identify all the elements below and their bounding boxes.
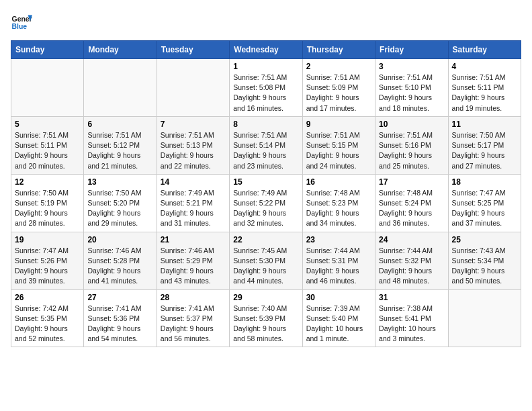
day-info: Sunrise: 7:51 AM Sunset: 5:10 PM Dayligh…	[379, 73, 444, 113]
calendar-cell	[11, 59, 84, 117]
day-number: 18	[452, 177, 517, 187]
day-number: 9	[306, 120, 371, 129]
day-number: 5	[15, 120, 80, 129]
calendar-cell: 6Sunrise: 7:51 AM Sunset: 5:12 PM Daylig…	[84, 116, 157, 174]
day-info: Sunrise: 7:46 AM Sunset: 5:28 PM Dayligh…	[87, 246, 152, 287]
day-info: Sunrise: 7:50 AM Sunset: 5:20 PM Dayligh…	[87, 188, 152, 229]
day-number: 19	[15, 235, 80, 244]
day-info: Sunrise: 7:45 AM Sunset: 5:30 PM Dayligh…	[233, 246, 298, 287]
calendar-cell: 7Sunrise: 7:51 AM Sunset: 5:13 PM Daylig…	[157, 116, 229, 174]
day-number: 28	[161, 293, 226, 302]
day-number: 1	[233, 62, 298, 71]
day-number: 3	[379, 62, 444, 71]
svg-text:Blue: Blue	[12, 23, 28, 30]
day-number: 20	[87, 235, 152, 244]
day-number: 29	[233, 293, 298, 302]
day-info: Sunrise: 7:51 AM Sunset: 5:13 PM Dayligh…	[161, 130, 226, 171]
calendar-cell: 31Sunrise: 7:38 AM Sunset: 5:41 PM Dayli…	[375, 289, 448, 347]
day-info: Sunrise: 7:44 AM Sunset: 5:32 PM Dayligh…	[379, 246, 444, 287]
calendar-header: SundayMondayTuesdayWednesdayThursdayFrid…	[11, 41, 521, 59]
weekday-header: Friday	[375, 41, 448, 59]
calendar-cell: 26Sunrise: 7:42 AM Sunset: 5:35 PM Dayli…	[11, 289, 84, 347]
calendar-cell: 3Sunrise: 7:51 AM Sunset: 5:10 PM Daylig…	[375, 59, 448, 117]
calendar-week-row: 5Sunrise: 7:51 AM Sunset: 5:11 PM Daylig…	[11, 116, 521, 174]
day-number: 6	[87, 120, 152, 129]
calendar-cell	[84, 59, 157, 117]
day-number: 22	[233, 235, 298, 244]
calendar-cell: 9Sunrise: 7:51 AM Sunset: 5:15 PM Daylig…	[302, 116, 375, 174]
day-info: Sunrise: 7:51 AM Sunset: 5:16 PM Dayligh…	[379, 130, 444, 171]
day-info: Sunrise: 7:38 AM Sunset: 5:41 PM Dayligh…	[379, 304, 444, 345]
day-info: Sunrise: 7:51 AM Sunset: 5:14 PM Dayligh…	[233, 130, 298, 171]
weekday-header: Tuesday	[157, 41, 229, 59]
day-number: 13	[87, 177, 152, 187]
calendar-cell: 15Sunrise: 7:49 AM Sunset: 5:22 PM Dayli…	[230, 174, 302, 232]
calendar-cell: 12Sunrise: 7:50 AM Sunset: 5:19 PM Dayli…	[11, 174, 84, 232]
weekday-header: Sunday	[11, 41, 84, 59]
calendar-cell: 27Sunrise: 7:41 AM Sunset: 5:36 PM Dayli…	[84, 289, 157, 347]
day-info: Sunrise: 7:46 AM Sunset: 5:29 PM Dayligh…	[161, 246, 226, 287]
day-number: 4	[452, 62, 517, 71]
day-number: 31	[379, 293, 444, 302]
weekday-header: Monday	[84, 41, 157, 59]
calendar-week-row: 26Sunrise: 7:42 AM Sunset: 5:35 PM Dayli…	[11, 289, 521, 347]
calendar-cell: 22Sunrise: 7:45 AM Sunset: 5:30 PM Dayli…	[230, 232, 302, 289]
calendar-cell: 14Sunrise: 7:49 AM Sunset: 5:21 PM Dayli…	[157, 174, 229, 232]
calendar-week-row: 1Sunrise: 7:51 AM Sunset: 5:08 PM Daylig…	[11, 59, 521, 117]
calendar-cell: 8Sunrise: 7:51 AM Sunset: 5:14 PM Daylig…	[230, 116, 302, 174]
calendar-cell: 21Sunrise: 7:46 AM Sunset: 5:29 PM Dayli…	[157, 232, 229, 289]
day-info: Sunrise: 7:51 AM Sunset: 5:09 PM Dayligh…	[306, 73, 371, 113]
calendar-body: 1Sunrise: 7:51 AM Sunset: 5:08 PM Daylig…	[11, 59, 521, 347]
calendar-cell: 11Sunrise: 7:50 AM Sunset: 5:17 PM Dayli…	[448, 116, 521, 174]
calendar-cell: 13Sunrise: 7:50 AM Sunset: 5:20 PM Dayli…	[84, 174, 157, 232]
day-info: Sunrise: 7:47 AM Sunset: 5:26 PM Dayligh…	[15, 246, 80, 287]
weekday-header: Wednesday	[230, 41, 302, 59]
page-header: General Blue	[11, 11, 521, 32]
day-info: Sunrise: 7:50 AM Sunset: 5:19 PM Dayligh…	[15, 188, 80, 229]
day-info: Sunrise: 7:48 AM Sunset: 5:23 PM Dayligh…	[306, 188, 371, 229]
logo-icon: General Blue	[11, 11, 32, 32]
day-number: 25	[452, 235, 517, 244]
day-number: 17	[379, 177, 444, 187]
calendar-cell: 28Sunrise: 7:41 AM Sunset: 5:37 PM Dayli…	[157, 289, 229, 347]
calendar-cell	[448, 289, 521, 347]
day-info: Sunrise: 7:51 AM Sunset: 5:15 PM Dayligh…	[306, 130, 371, 171]
weekday-header: Saturday	[448, 41, 521, 59]
day-number: 7	[161, 120, 226, 129]
calendar-cell: 23Sunrise: 7:44 AM Sunset: 5:31 PM Dayli…	[302, 232, 375, 289]
calendar-cell: 5Sunrise: 7:51 AM Sunset: 5:11 PM Daylig…	[11, 116, 84, 174]
calendar-cell: 19Sunrise: 7:47 AM Sunset: 5:26 PM Dayli…	[11, 232, 84, 289]
day-info: Sunrise: 7:43 AM Sunset: 5:34 PM Dayligh…	[452, 246, 517, 287]
calendar-cell: 29Sunrise: 7:40 AM Sunset: 5:39 PM Dayli…	[230, 289, 302, 347]
day-info: Sunrise: 7:41 AM Sunset: 5:36 PM Dayligh…	[87, 304, 152, 345]
calendar-cell: 18Sunrise: 7:47 AM Sunset: 5:25 PM Dayli…	[448, 174, 521, 232]
day-number: 30	[306, 293, 371, 302]
calendar-week-row: 19Sunrise: 7:47 AM Sunset: 5:26 PM Dayli…	[11, 232, 521, 289]
calendar-cell: 20Sunrise: 7:46 AM Sunset: 5:28 PM Dayli…	[84, 232, 157, 289]
calendar-cell	[157, 59, 229, 117]
day-info: Sunrise: 7:51 AM Sunset: 5:11 PM Dayligh…	[15, 130, 80, 171]
day-info: Sunrise: 7:40 AM Sunset: 5:39 PM Dayligh…	[233, 304, 298, 345]
day-number: 8	[233, 120, 298, 129]
calendar-cell: 17Sunrise: 7:48 AM Sunset: 5:24 PM Dayli…	[375, 174, 448, 232]
logo: General Blue	[11, 11, 35, 32]
calendar-cell: 30Sunrise: 7:39 AM Sunset: 5:40 PM Dayli…	[302, 289, 375, 347]
day-info: Sunrise: 7:47 AM Sunset: 5:25 PM Dayligh…	[452, 188, 517, 229]
day-info: Sunrise: 7:51 AM Sunset: 5:11 PM Dayligh…	[452, 73, 517, 113]
day-number: 10	[379, 120, 444, 129]
day-info: Sunrise: 7:42 AM Sunset: 5:35 PM Dayligh…	[15, 304, 80, 345]
calendar-cell: 1Sunrise: 7:51 AM Sunset: 5:08 PM Daylig…	[230, 59, 302, 117]
day-number: 23	[306, 235, 371, 244]
day-info: Sunrise: 7:48 AM Sunset: 5:24 PM Dayligh…	[379, 188, 444, 229]
day-number: 16	[306, 177, 371, 187]
day-number: 11	[452, 120, 517, 129]
day-info: Sunrise: 7:51 AM Sunset: 5:12 PM Dayligh…	[87, 130, 152, 171]
calendar-cell: 2Sunrise: 7:51 AM Sunset: 5:09 PM Daylig…	[302, 59, 375, 117]
day-info: Sunrise: 7:44 AM Sunset: 5:31 PM Dayligh…	[306, 246, 371, 287]
day-info: Sunrise: 7:49 AM Sunset: 5:21 PM Dayligh…	[161, 188, 226, 229]
calendar-cell: 24Sunrise: 7:44 AM Sunset: 5:32 PM Dayli…	[375, 232, 448, 289]
weekday-header: Thursday	[302, 41, 375, 59]
day-info: Sunrise: 7:50 AM Sunset: 5:17 PM Dayligh…	[452, 130, 517, 171]
day-number: 24	[379, 235, 444, 244]
day-number: 26	[15, 293, 80, 302]
